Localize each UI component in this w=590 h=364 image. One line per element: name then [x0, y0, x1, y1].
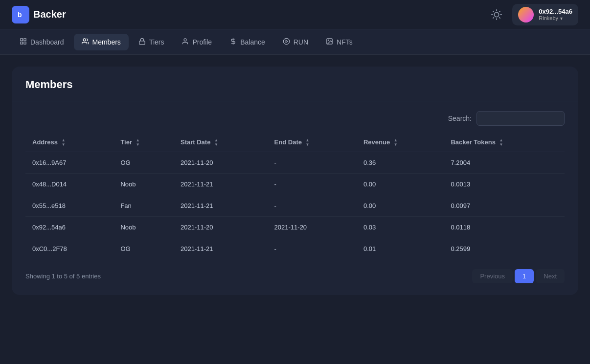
dashboard-icon — [20, 38, 27, 46]
col-start-date[interactable]: Start Date ▲▼ — [174, 134, 268, 152]
svg-rect-11 — [21, 38, 23, 40]
table-header-row: Address ▲▼ Tier ▲▼ Start Date ▲▼ End D — [25, 134, 565, 152]
svg-point-17 — [184, 38, 186, 41]
search-row: Search: — [25, 111, 565, 126]
card-header: Members — [12, 67, 578, 101]
cell-end_date: - — [268, 152, 357, 174]
cell-revenue: 0.01 — [357, 238, 444, 260]
cell-tier: OG — [113, 152, 174, 174]
profile-icon — [182, 38, 189, 46]
cell-end_date: - — [268, 174, 357, 195]
cell-revenue: 0.00 — [357, 195, 444, 217]
members-card: Members Search: Address ▲▼ Tier — [12, 67, 578, 295]
cell-start_date: 2021-11-21 — [174, 195, 268, 217]
nav-item-dashboard[interactable]: Dashboard — [12, 34, 72, 50]
balance-icon — [229, 38, 237, 46]
sort-tokens-icon: ▲▼ — [499, 138, 503, 147]
svg-rect-13 — [21, 42, 23, 44]
tiers-icon — [138, 38, 146, 46]
cell-revenue: 0.00 — [357, 174, 444, 195]
main-content: Members Search: Address ▲▼ Tier — [0, 55, 590, 307]
svg-line-10 — [499, 11, 500, 11]
svg-point-2 — [495, 12, 499, 17]
col-end-date[interactable]: End Date ▲▼ — [268, 134, 357, 152]
main-nav: Dashboard Members Tiers Profile Balance … — [0, 29, 590, 55]
nav-label-balance: Balance — [240, 38, 265, 46]
members-icon — [82, 38, 89, 46]
nav-label-members: Members — [92, 38, 121, 46]
cell-tier: Noob — [113, 174, 174, 195]
search-input[interactable] — [477, 111, 565, 126]
page-1-button[interactable]: 1 — [515, 269, 534, 283]
cell-address: 0xC0...2F78 — [25, 238, 113, 260]
cell-tier: Fan — [113, 195, 174, 217]
table-body: 0x16...9A67OG2021-11-20-0.367.20040x48..… — [25, 152, 565, 260]
nav-item-run[interactable]: RUN — [275, 34, 316, 50]
svg-point-19 — [283, 38, 290, 45]
cell-address: 0x48...D014 — [25, 174, 113, 195]
members-table: Address ▲▼ Tier ▲▼ Start Date ▲▼ End D — [25, 134, 565, 259]
svg-rect-12 — [24, 38, 26, 40]
sort-address-icon: ▲▼ — [62, 138, 66, 147]
col-revenue[interactable]: Revenue ▲▼ — [357, 134, 444, 152]
nav-item-nfts[interactable]: NFTs — [318, 34, 361, 50]
cell-end_date: - — [268, 195, 357, 217]
previous-button[interactable]: Previous — [472, 269, 513, 283]
next-button[interactable]: Next — [536, 269, 565, 283]
cell-address: 0x92...54a6 — [25, 217, 113, 238]
cell-tier: Noob — [113, 217, 174, 238]
svg-line-6 — [499, 17, 500, 18]
cell-backer_tokens: 0.2599 — [444, 238, 565, 260]
svg-marker-20 — [286, 40, 288, 43]
nav-item-balance[interactable]: Balance — [222, 34, 273, 50]
svg-rect-16 — [139, 41, 145, 44]
cell-address: 0x55...e518 — [25, 195, 113, 217]
nav-label-run: RUN — [294, 38, 308, 46]
col-address[interactable]: Address ▲▼ — [25, 134, 113, 152]
table-row: 0x16...9A67OG2021-11-20-0.367.2004 — [25, 152, 565, 174]
sort-startdate-icon: ▲▼ — [214, 138, 218, 147]
nav-label-profile: Profile — [192, 38, 212, 46]
cell-backer_tokens: 7.2004 — [444, 152, 565, 174]
table-row: 0x92...54a6Noob2021-11-202021-11-200.030… — [25, 217, 565, 238]
svg-rect-14 — [24, 42, 26, 44]
col-backer-tokens[interactable]: Backer Tokens ▲▼ — [444, 134, 565, 152]
bulb-icon[interactable] — [489, 7, 504, 23]
logo-text: Backer — [33, 9, 66, 20]
chevron-down-icon: ▾ — [560, 16, 563, 21]
wallet-address: 0x92...54a6 — [539, 8, 572, 15]
pagination-info: Showing 1 to 5 of 5 entries — [25, 273, 101, 280]
cell-tier: OG — [113, 238, 174, 260]
wallet-button[interactable]: 0x92...54a6 Rinkeby ▾ — [512, 4, 578, 25]
svg-text:b: b — [18, 11, 22, 19]
pagination-buttons: Previous 1 Next — [472, 269, 565, 283]
topbar-right: 0x92...54a6 Rinkeby ▾ — [489, 4, 578, 25]
table-row: 0x48...D014Noob2021-11-21-0.000.0013 — [25, 174, 565, 195]
nav-label-nfts: NFTs — [337, 38, 353, 46]
svg-point-15 — [83, 38, 86, 41]
nav-item-members[interactable]: Members — [74, 34, 129, 50]
sort-enddate-icon: ▲▼ — [306, 138, 310, 147]
logo-icon: b — [12, 6, 29, 23]
svg-line-5 — [493, 11, 494, 11]
cell-backer_tokens: 0.0013 — [444, 174, 565, 195]
cell-revenue: 0.36 — [357, 152, 444, 174]
wallet-info: 0x92...54a6 Rinkeby ▾ — [539, 8, 572, 21]
nav-label-tiers: Tiers — [149, 38, 164, 46]
topbar: b Backer 0x92...54a6 Rinkeb — [0, 0, 590, 29]
table-row: 0xC0...2F78OG2021-11-21-0.010.2599 — [25, 238, 565, 260]
table-row: 0x55...e518Fan2021-11-21-0.000.0097 — [25, 195, 565, 217]
nav-item-tiers[interactable]: Tiers — [131, 34, 172, 50]
nav-item-profile[interactable]: Profile — [174, 34, 220, 50]
cell-start_date: 2021-11-21 — [174, 238, 268, 260]
nav-label-dashboard: Dashboard — [30, 38, 64, 46]
sort-tier-icon: ▲▼ — [136, 138, 140, 147]
wallet-network: Rinkeby ▾ — [539, 15, 563, 21]
cell-backer_tokens: 0.0118 — [444, 217, 565, 238]
cell-end_date: 2021-11-20 — [268, 217, 357, 238]
run-icon — [283, 38, 290, 46]
cell-address: 0x16...9A67 — [25, 152, 113, 174]
svg-line-9 — [493, 17, 494, 18]
col-tier[interactable]: Tier ▲▼ — [113, 134, 174, 152]
logo-area: b Backer — [12, 6, 66, 23]
